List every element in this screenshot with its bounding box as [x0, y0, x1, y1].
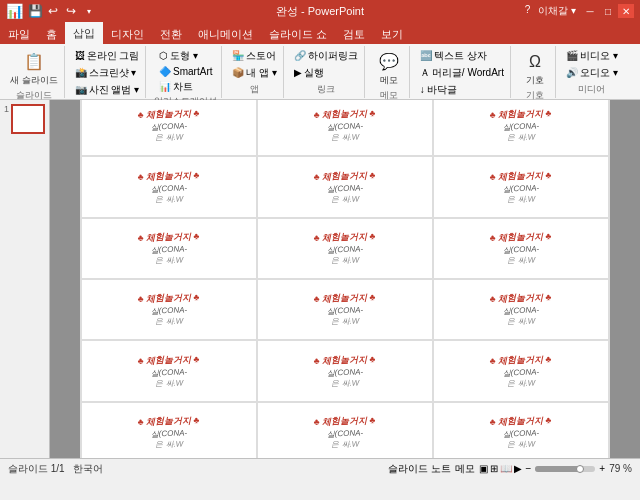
- tab-home[interactable]: 홈: [38, 24, 65, 44]
- smartart-icon: 🔷: [159, 66, 171, 77]
- quick-access-toolbar: 💾 ↩ ↪ ▾: [27, 3, 97, 19]
- hyperlink-button[interactable]: 🔗 하이퍼링크: [292, 48, 360, 64]
- screenshot-button[interactable]: 📸 스크린샷 ▾: [73, 65, 142, 81]
- online-image-button[interactable]: 🖼 온라인 그림: [73, 48, 142, 64]
- comments-button[interactable]: 메모: [455, 462, 475, 476]
- ribbon-group-slide: 📋 새 슬라이드 슬라이드: [4, 46, 65, 98]
- card-10: ♣ 체험놀거지 ♣ 실(CONA- 은 싸.W: [257, 279, 433, 340]
- normal-view-button[interactable]: ▣: [479, 463, 488, 474]
- my-apps-icon: 📦: [232, 67, 244, 78]
- card-15: ♣ 체험놀거지 ♣ 실(CONA- 은 싸.W: [81, 402, 257, 458]
- card-0: ♣ 체험놀거지 ♣ 실(CONA- 은 싸.W: [81, 100, 257, 156]
- symbol-button[interactable]: Ω 기호: [519, 48, 551, 89]
- textbox-icon: 🔤: [420, 50, 432, 61]
- card-12: ♣ 체험놀거지 ♣ 실(CONA- 은 싸.W: [81, 340, 257, 401]
- online-image-icon: 🖼: [75, 50, 85, 61]
- card-5: ♣ 체험놀거지 ♣ 실(CONA- 은 싸.W: [433, 156, 609, 217]
- zoom-level: 79 %: [609, 463, 632, 474]
- card-8: ♣ 체험놀거지 ♣ 실(CONA- 은 싸.W: [433, 218, 609, 279]
- header-wordart-button[interactable]: Ａ 머리글/ WordArt: [418, 65, 506, 81]
- slide-notes-button[interactable]: 슬라이드 노트: [388, 462, 451, 476]
- card-text-4: ♣ 체험놀거지 ♣ 실(CONA- 은 싸.W: [313, 168, 376, 205]
- language-indicator: 한국어: [73, 462, 103, 476]
- action-icon: ▶: [294, 67, 302, 78]
- zoom-in-button[interactable]: +: [599, 463, 605, 474]
- ribbon-content: 📋 새 슬라이드 슬라이드 🖼 온라인 그림 📸 스크린샷 ▾ 📷 사진 앨범 …: [0, 44, 640, 100]
- card-13: ♣ 체험놀거지 ♣ 실(CONA- 은 싸.W: [257, 340, 433, 401]
- app-icon: 📊: [6, 3, 23, 19]
- textbox-button[interactable]: 🔤 텍스트 상자: [418, 48, 506, 64]
- photo-album-button[interactable]: 📷 사진 앨범 ▾: [73, 82, 142, 98]
- action-button[interactable]: ▶ 실행: [292, 65, 360, 81]
- card-text-16: ♣ 체험놀거지 ♣ 실(CONA- 은 싸.W: [313, 414, 376, 451]
- card-text-0: ♣ 체험놀거지 ♣ 실(CONA- 은 싸.W: [137, 107, 200, 144]
- reading-view-button[interactable]: 📖: [500, 463, 512, 474]
- chart-button[interactable]: 📊 차트: [157, 79, 214, 95]
- audio-button[interactable]: 🔊 오디오 ▾: [564, 65, 620, 81]
- slide-canvas: ♣ 체험놀거지 ♣ 실(CONA- 은 싸.W ♣ 체험놀거지 ♣ 실(CONA…: [80, 100, 610, 458]
- save-button[interactable]: 💾: [27, 3, 43, 19]
- ribbon-group-illustrations: ⬡ 도형 ▾ 🔷 SmartArt 📊 차트 일러스트레이션: [150, 46, 222, 98]
- store-button[interactable]: 🏪 스토어: [230, 48, 279, 64]
- slide-number-label: 1: [4, 104, 9, 114]
- group-label-media: 미디어: [578, 83, 605, 96]
- shapes-button[interactable]: ⬡ 도형 ▾: [157, 48, 214, 64]
- card-text-14: ♣ 체험놀거지 ♣ 실(CONA- 은 싸.W: [489, 352, 552, 389]
- tab-review[interactable]: 검토: [335, 24, 373, 44]
- tab-transitions[interactable]: 전환: [152, 24, 190, 44]
- comment-button[interactable]: 💬 메모: [373, 48, 405, 89]
- new-slide-button[interactable]: 📋 새 슬라이드: [8, 48, 60, 89]
- tab-design[interactable]: 디자인: [103, 24, 152, 44]
- group-label-links: 링크: [317, 83, 335, 96]
- zoom-out-button[interactable]: −: [526, 463, 532, 474]
- new-slide-icon: 📋: [22, 50, 46, 74]
- maximize-button[interactable]: □: [600, 4, 616, 18]
- card-text-7: ♣ 체험놀거지 ♣ 실(CONA- 은 싸.W: [313, 230, 376, 267]
- card-1: ♣ 체험놀거지 ♣ 실(CONA- 은 싸.W: [257, 100, 433, 156]
- footer-button[interactable]: ↓ 바닥글: [418, 82, 506, 98]
- user-name: 이채갈 ▾: [538, 4, 576, 18]
- tab-insert[interactable]: 삽입: [65, 22, 103, 44]
- card-text-8: ♣ 체험놀거지 ♣ 실(CONA- 은 싸.W: [489, 230, 552, 267]
- tab-animations[interactable]: 애니메이션: [190, 24, 261, 44]
- shapes-icon: ⬡: [159, 50, 168, 61]
- zoom-bar[interactable]: [535, 466, 595, 472]
- card-text-1: ♣ 체험놀거지 ♣ 실(CONA- 은 싸.W: [313, 107, 376, 144]
- status-bar: 슬라이드 1/1 한국어 슬라이드 노트 메모 ▣ ⊞ 📖 ▶ − + 79 %: [0, 458, 640, 478]
- ribbon-tabs: 파일 홈 삽입 디자인 전환 애니메이션 슬라이드 쇼 검토 보기: [0, 22, 640, 44]
- card-4: ♣ 체험놀거지 ♣ 실(CONA- 은 싸.W: [257, 156, 433, 217]
- card-text-11: ♣ 체험놀거지 ♣ 실(CONA- 은 싸.W: [489, 291, 552, 328]
- audio-icon: 🔊: [566, 67, 578, 78]
- card-text-15: ♣ 체험놀거지 ♣ 실(CONA- 은 싸.W: [137, 414, 200, 451]
- slide-sorter-button[interactable]: ⊞: [490, 463, 498, 474]
- title-bar: 📊 💾 ↩ ↪ ▾ 완성 - PowerPoint ? 이채갈 ▾ ─ □ ✕: [0, 0, 640, 22]
- tab-slideshow[interactable]: 슬라이드 쇼: [261, 24, 335, 44]
- redo-button[interactable]: ↪: [63, 3, 79, 19]
- help-button[interactable]: ?: [525, 4, 531, 18]
- slide-panel: 1: [0, 100, 50, 458]
- tab-file[interactable]: 파일: [0, 24, 38, 44]
- photo-album-icon: 📷: [75, 84, 87, 95]
- card-text-5: ♣ 체험놀거지 ♣ 실(CONA- 은 싸.W: [489, 168, 552, 205]
- tab-view[interactable]: 보기: [373, 24, 411, 44]
- card-text-2: ♣ 체험놀거지 ♣ 실(CONA- 은 싸.W: [489, 107, 552, 144]
- smartart-button[interactable]: 🔷 SmartArt: [157, 65, 214, 78]
- slide-thumbnail[interactable]: [11, 104, 45, 134]
- my-apps-button[interactable]: 📦 내 앱 ▾: [230, 65, 279, 81]
- ribbon-group-media: 🎬 비디오 ▾ 🔊 오디오 ▾ 미디어: [560, 46, 624, 98]
- footer-icon: ↓: [420, 84, 425, 95]
- undo-button[interactable]: ↩: [45, 3, 61, 19]
- card-text-17: ♣ 체험놀거지 ♣ 실(CONA- 은 싸.W: [489, 414, 552, 451]
- card-3: ♣ 체험놀거지 ♣ 실(CONA- 은 싸.W: [81, 156, 257, 217]
- canvas-area[interactable]: ♣ 체험놀거지 ♣ 실(CONA- 은 싸.W ♣ 체험놀거지 ♣ 실(CONA…: [50, 100, 640, 458]
- video-button[interactable]: 🎬 비디오 ▾: [564, 48, 620, 64]
- card-text-6: ♣ 체험놀거지 ♣ 실(CONA- 은 싸.W: [137, 230, 200, 267]
- status-bar-left: 슬라이드 1/1 한국어: [8, 462, 103, 476]
- slideshow-button[interactable]: ▶: [514, 463, 522, 474]
- close-button[interactable]: ✕: [618, 4, 634, 18]
- customize-qa-button[interactable]: ▾: [81, 3, 97, 19]
- card-17: ♣ 체험놀거지 ♣ 실(CONA- 은 싸.W: [433, 402, 609, 458]
- minimize-button[interactable]: ─: [582, 4, 598, 18]
- ribbon-group-text: 🔤 텍스트 상자 Ａ 머리글/ WordArt ↓ 바닥글 텍스트: [414, 46, 511, 98]
- card-2: ♣ 체험놀거지 ♣ 실(CONA- 은 싸.W: [433, 100, 609, 156]
